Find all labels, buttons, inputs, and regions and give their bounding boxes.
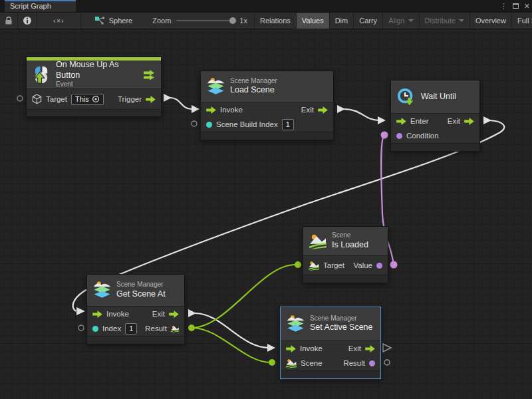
port-invoke-label: Invoke bbox=[220, 106, 243, 114]
carry-button[interactable]: Carry bbox=[354, 13, 383, 29]
lock-icon bbox=[5, 16, 13, 25]
exit-port[interactable] bbox=[365, 345, 375, 352]
port-value-label: Value bbox=[353, 261, 372, 269]
port-invoke-label: Invoke bbox=[106, 310, 129, 318]
node-title: Load Scene bbox=[230, 85, 327, 96]
chevron-down-icon bbox=[459, 19, 464, 22]
tab-title: Script Graph bbox=[10, 2, 51, 10]
port-exit-label: Exit bbox=[448, 117, 460, 125]
clock-icon bbox=[397, 88, 416, 106]
node-title: Get Scene At bbox=[116, 289, 178, 300]
port-index-label: Index bbox=[102, 325, 121, 332]
node-category: Scene Manager bbox=[116, 281, 178, 289]
mouse-event-icon bbox=[33, 66, 51, 84]
target-icon bbox=[92, 95, 100, 103]
zoom-label: Zoom bbox=[152, 17, 171, 25]
condition-port[interactable] bbox=[396, 133, 402, 139]
port-unconnected-scenebuildindex[interactable] bbox=[192, 121, 197, 126]
index-value[interactable]: 1 bbox=[125, 323, 137, 334]
node-get-scene-at[interactable]: Scene Manager Get Scene At Invoke Exit I… bbox=[86, 274, 185, 344]
port-exit-label: Exit bbox=[348, 344, 361, 352]
window-close-icon[interactable]: ✕ bbox=[524, 0, 530, 12]
port-exit-label: Exit bbox=[152, 310, 165, 318]
graph-toolbar: ‹×› Sphere Zoom 1x Relations bbox=[0, 12, 532, 29]
index-port[interactable] bbox=[92, 326, 98, 332]
node-on-mouse-up-as-button[interactable]: On Mouse Up As Button Event Target This … bbox=[26, 57, 162, 117]
port-exit-label: Exit bbox=[301, 106, 314, 114]
event-flow-icon bbox=[143, 70, 155, 80]
node-category: Scene Manager bbox=[310, 315, 374, 323]
chevron-down-icon bbox=[408, 19, 414, 22]
node-title: On Mouse Up As Button bbox=[56, 60, 138, 80]
window-menu-icon[interactable]: ⋮ bbox=[500, 0, 507, 12]
value-port[interactable] bbox=[376, 263, 382, 269]
port-unconnected-target[interactable] bbox=[17, 96, 23, 101]
port-condition-label: Condition bbox=[406, 132, 439, 140]
relations-button[interactable]: Relations bbox=[255, 13, 297, 29]
node-wait-until[interactable]: Wait Until Enter Exit Condition bbox=[390, 80, 480, 152]
overview-button[interactable]: Overview bbox=[470, 13, 512, 29]
node-load-scene[interactable]: Scene Manager Load Scene Invoke Exit Sce… bbox=[200, 70, 334, 140]
zoom-slider[interactable] bbox=[176, 20, 235, 21]
port-target-label: Target bbox=[323, 261, 344, 269]
zoom-slider-knob[interactable] bbox=[229, 17, 236, 24]
scene-build-index-value[interactable]: 1 bbox=[282, 119, 294, 130]
graph-icon bbox=[94, 16, 105, 25]
port-invoke-label: Invoke bbox=[300, 344, 323, 352]
node-title: Is Loaded bbox=[332, 240, 382, 251]
scene-port-icon[interactable] bbox=[286, 358, 297, 368]
scene-build-index-port[interactable] bbox=[206, 122, 212, 128]
graph-target[interactable]: Sphere bbox=[94, 16, 132, 25]
zoom-control: Zoom 1x bbox=[152, 17, 247, 25]
port-unconnected-exit[interactable] bbox=[383, 344, 391, 352]
port-result-label: Result bbox=[145, 325, 167, 332]
tab-bar: Script Graph ⋮ ✕ bbox=[0, 0, 532, 12]
values-button[interactable]: Values bbox=[297, 13, 330, 29]
result-port[interactable] bbox=[369, 360, 375, 366]
port-enter-label: Enter bbox=[410, 117, 429, 125]
fullscreen-button[interactable]: Full Screen bbox=[512, 13, 532, 29]
distribute-button[interactable]: Distribute bbox=[420, 13, 470, 29]
zoom-value: 1x bbox=[239, 17, 247, 25]
node-set-active-scene[interactable]: Scene Manager Set Active Scene Invoke Ex… bbox=[280, 307, 381, 379]
enter-port[interactable] bbox=[396, 118, 406, 125]
invoke-port[interactable] bbox=[92, 311, 102, 318]
inspect-button[interactable] bbox=[18, 13, 37, 29]
scene-manager-icon bbox=[207, 77, 225, 96]
scene-icon bbox=[309, 233, 327, 249]
lock-button[interactable] bbox=[0, 13, 18, 29]
tab-script-graph[interactable]: Script Graph bbox=[5, 0, 76, 12]
exit-port[interactable] bbox=[169, 311, 179, 318]
node-is-loaded[interactable]: Scene Is Loaded Target Value bbox=[303, 226, 388, 283]
scene-port-icon[interactable] bbox=[309, 261, 319, 271]
invoke-port[interactable] bbox=[206, 106, 216, 114]
node-category: Scene bbox=[332, 231, 382, 240]
exit-port[interactable] bbox=[318, 106, 328, 114]
wire-trigger-to-loadscene[interactable] bbox=[164, 94, 200, 113]
port-unconnected-result[interactable] bbox=[384, 360, 390, 365]
trigger-port[interactable] bbox=[146, 96, 156, 103]
script-graph-window: Script Graph ⋮ ✕ ‹×› bbox=[0, 0, 532, 399]
window-maximize-icon[interactable] bbox=[513, 3, 519, 9]
node-subtitle: Event bbox=[56, 80, 138, 89]
scene-manager-icon bbox=[93, 281, 111, 300]
port-trigger-label: Trigger bbox=[118, 95, 142, 103]
exit-port[interactable] bbox=[464, 118, 474, 125]
graph-target-label: Sphere bbox=[109, 17, 132, 25]
cube-icon bbox=[32, 94, 42, 104]
node-category: Scene Manager bbox=[230, 77, 327, 86]
invoke-port[interactable] bbox=[286, 345, 296, 352]
port-scene-build-index-label: Scene Build Index bbox=[216, 120, 278, 128]
port-unconnected-index[interactable] bbox=[78, 325, 84, 331]
port-scene-label: Scene bbox=[301, 359, 323, 367]
scene-manager-icon bbox=[287, 315, 305, 334]
node-title: Set Active Scene bbox=[310, 323, 374, 333]
graph-canvas[interactable]: On Mouse Up As Button Event Target This … bbox=[0, 29, 532, 399]
align-button[interactable]: Align bbox=[383, 13, 419, 29]
dim-button[interactable]: Dim bbox=[330, 13, 354, 29]
node-title: Wait Until bbox=[421, 92, 473, 102]
target-value-chip[interactable]: This bbox=[71, 94, 104, 105]
code-preview-button[interactable]: ‹×› bbox=[37, 13, 81, 29]
wire-loadscene-to-waituntil[interactable] bbox=[337, 105, 386, 124]
result-scene-port-icon[interactable] bbox=[171, 324, 179, 334]
